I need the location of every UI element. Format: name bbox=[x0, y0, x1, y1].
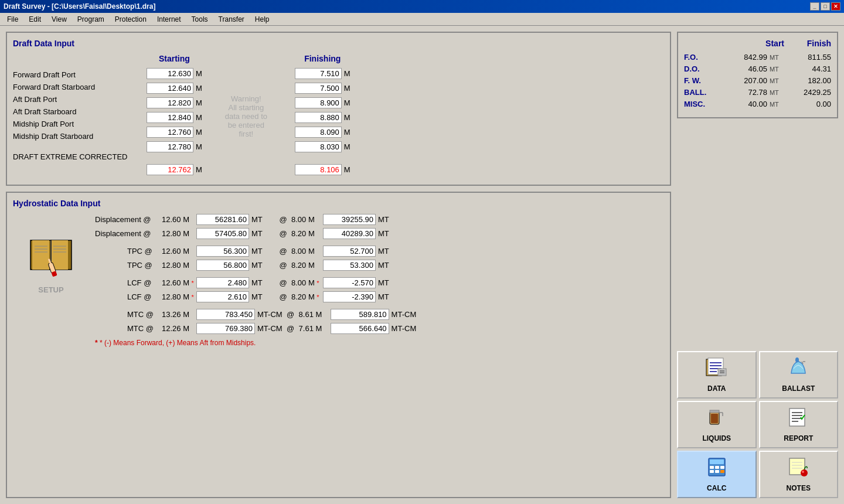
calc-icon bbox=[705, 457, 729, 482]
hydro-tpc1-start[interactable] bbox=[196, 260, 249, 271]
data-label: DATA bbox=[707, 384, 726, 393]
svg-rect-37 bbox=[710, 459, 724, 464]
hydro-lcf-row-1: LCF @ 12.80 M * MT @ 8.20 M * MT bbox=[95, 291, 664, 302]
hydro-mtc1-start[interactable] bbox=[196, 323, 255, 334]
label-extreme: DRAFT EXTREME CORRECTED bbox=[13, 152, 142, 161]
hydro-disp1-start[interactable] bbox=[196, 228, 249, 239]
hydro-lcf0-finish[interactable] bbox=[323, 277, 376, 288]
close-btn[interactable]: ✕ bbox=[831, 2, 840, 11]
start-fwd-stbd-input[interactable] bbox=[147, 83, 193, 94]
summary-ball-label: BALL. bbox=[684, 88, 717, 97]
start-extreme-input[interactable] bbox=[147, 164, 193, 175]
menu-file[interactable]: File bbox=[2, 14, 23, 25]
finish-fwd-port-input[interactable] bbox=[295, 68, 342, 79]
footnote: * * (-) Means Forward, (+) Means Aft fro… bbox=[95, 339, 664, 347]
menu-help[interactable]: Help bbox=[250, 14, 274, 25]
finish-mid-stbd-input[interactable] bbox=[295, 141, 342, 152]
draft-label-row-3: Aft Draft Starboard bbox=[13, 107, 142, 116]
label-aft-stbd: Aft Draft Starboard bbox=[13, 107, 142, 116]
summary-do-label: D.O. bbox=[684, 64, 717, 73]
svg-line-13 bbox=[49, 260, 50, 263]
hydro-lcf0-start[interactable] bbox=[196, 277, 249, 288]
summary-finish-header: Finish bbox=[784, 39, 831, 48]
draft-label-row-0: Forward Draft Port bbox=[13, 70, 142, 79]
liquids-button[interactable]: LIQUIDS bbox=[677, 401, 757, 448]
start-fwd-port-input[interactable] bbox=[147, 68, 193, 79]
svg-rect-41 bbox=[710, 470, 714, 473]
menu-view[interactable]: View bbox=[47, 14, 72, 25]
notes-label: NOTES bbox=[787, 484, 811, 492]
hydro-panel-title: Hydrostatic Data Input bbox=[13, 199, 664, 208]
menu-transfer[interactable]: Transfer bbox=[214, 14, 249, 25]
menu-internet[interactable]: Internet bbox=[152, 14, 186, 25]
menu-protection[interactable]: Protection bbox=[110, 14, 151, 25]
data-icon bbox=[705, 357, 729, 382]
hydro-tpc0-start[interactable] bbox=[196, 246, 249, 257]
start-mid-stbd-input[interactable] bbox=[147, 141, 193, 152]
data-button[interactable]: DATA bbox=[677, 351, 757, 399]
svg-rect-40 bbox=[720, 466, 724, 469]
setup-icon[interactable] bbox=[28, 237, 74, 285]
calc-button[interactable]: CALC bbox=[677, 451, 757, 498]
summary-do-row: D.O. 46.05 MT 44.31 bbox=[684, 64, 831, 73]
hydro-tpc1-finish[interactable] bbox=[323, 260, 376, 271]
setup-area: SETUP bbox=[13, 214, 89, 347]
finish-extreme-input[interactable] bbox=[295, 164, 342, 175]
setup-label: SETUP bbox=[38, 285, 63, 294]
menu-edit[interactable]: Edit bbox=[24, 14, 46, 25]
starting-col: Starting M M M M bbox=[142, 54, 202, 179]
hydro-disp0-start[interactable] bbox=[196, 214, 249, 225]
calc-label: CALC bbox=[707, 484, 726, 492]
start-aft-port-input[interactable] bbox=[147, 97, 193, 108]
liquids-icon bbox=[705, 407, 729, 432]
start-row-2: M bbox=[147, 97, 202, 108]
hydro-mtc1-finish[interactable] bbox=[331, 323, 389, 334]
hydro-disp0-finish[interactable] bbox=[323, 214, 376, 225]
hydro-disp1-finish[interactable] bbox=[323, 228, 376, 239]
hydro-lcf1-finish[interactable] bbox=[323, 291, 376, 302]
notes-button[interactable]: NOTES bbox=[759, 451, 839, 498]
summary-panel: Start Finish F.O. 842.99 MT 811.55 D.O. … bbox=[677, 32, 838, 118]
maximize-btn[interactable]: □ bbox=[821, 2, 830, 11]
svg-rect-38 bbox=[710, 466, 714, 469]
hydro-disp-row-0: Displacement @ 12.60 M MT @ 8.00 M MT bbox=[95, 214, 664, 225]
start-mid-port-input[interactable] bbox=[147, 127, 193, 138]
hydro-mtc0-start[interactable] bbox=[196, 309, 255, 320]
main-content: Draft Data Input Forward Draft Port Forw… bbox=[0, 26, 844, 504]
start-aft-stbd-input[interactable] bbox=[147, 112, 193, 123]
label-fwd-port: Forward Draft Port bbox=[13, 70, 142, 79]
menu-program[interactable]: Program bbox=[73, 14, 109, 25]
finish-mid-port-input[interactable] bbox=[295, 127, 342, 138]
start-row-1: M bbox=[147, 83, 202, 94]
report-label: REPORT bbox=[784, 434, 813, 442]
hydro-mtc0-finish[interactable] bbox=[331, 309, 389, 320]
report-button[interactable]: REPORT bbox=[759, 401, 839, 448]
menu-tools[interactable]: Tools bbox=[187, 14, 213, 25]
hydro-data-area: Displacement @ 12.60 M MT @ 8.00 M MT Di… bbox=[95, 214, 664, 347]
finish-aft-port-input[interactable] bbox=[295, 97, 342, 108]
report-icon bbox=[787, 407, 810, 432]
ballast-button[interactable]: BALLAST bbox=[759, 351, 839, 399]
summary-ball-row: BALL. 72.78 MT 2429.25 bbox=[684, 88, 831, 97]
finish-fwd-stbd-input[interactable] bbox=[295, 83, 342, 94]
summary-fw-finish: 182.00 bbox=[781, 76, 831, 85]
summary-ball-start: 72.78 bbox=[717, 88, 767, 97]
minimize-btn[interactable]: _ bbox=[810, 2, 819, 11]
summary-fo-finish: 811.55 bbox=[781, 53, 831, 62]
svg-rect-39 bbox=[715, 466, 719, 469]
summary-start-header: Start bbox=[731, 39, 784, 48]
summary-misc-start: 40.00 bbox=[717, 100, 767, 108]
finish-row-2: M bbox=[295, 97, 350, 108]
hydro-tpc-row-0: TPC @ 12.60 M MT @ 8.00 M MT bbox=[95, 246, 664, 257]
summary-do-finish: 44.31 bbox=[781, 64, 831, 73]
draft-extreme-label-row: DRAFT EXTREME CORRECTED bbox=[13, 152, 142, 161]
starting-header: Starting bbox=[147, 54, 202, 63]
finishing-col: Finishing M M M M bbox=[290, 54, 350, 179]
hydro-mtc-row-0: MTC @ 13.26 M MT-CM @ 8.61 M MT-CM bbox=[95, 309, 664, 320]
ballast-label: BALLAST bbox=[782, 384, 815, 393]
label-aft-port: Aft Draft Port bbox=[13, 95, 142, 104]
hydro-tpc0-finish[interactable] bbox=[323, 246, 376, 257]
finish-aft-stbd-input[interactable] bbox=[295, 112, 342, 123]
hydro-lcf1-start[interactable] bbox=[196, 291, 249, 302]
warning-text: Warning!All startingdata need tobe enter… bbox=[225, 94, 267, 138]
